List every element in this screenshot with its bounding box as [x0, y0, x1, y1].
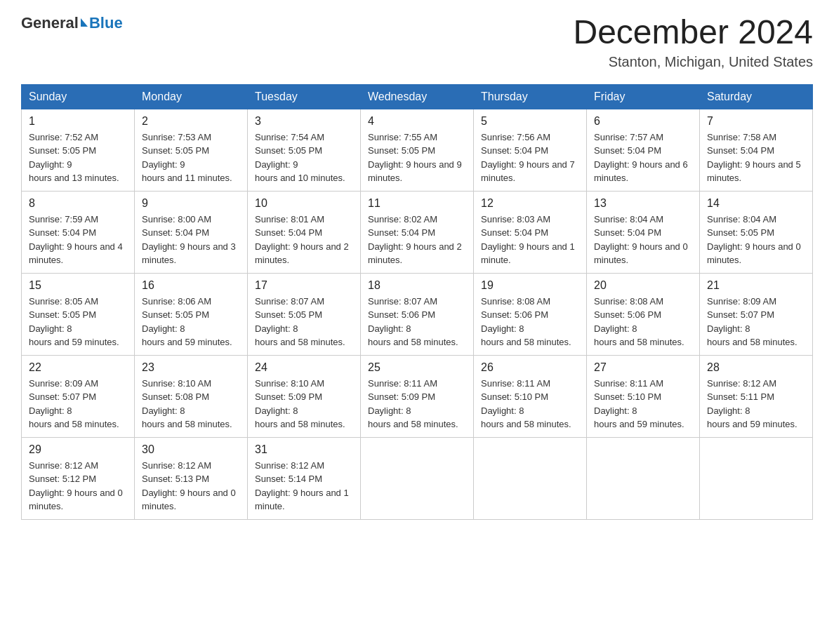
day-info: Sunrise: 7:53 AM Sunset: 5:05 PM Dayligh…: [142, 130, 240, 185]
week-row-5: 29 Sunrise: 8:12 AM Sunset: 5:12 PM Dayl…: [22, 437, 813, 519]
week-row-2: 8 Sunrise: 7:59 AM Sunset: 5:04 PM Dayli…: [22, 191, 813, 273]
calendar-cell: 13 Sunrise: 8:04 AM Sunset: 5:04 PM Dayl…: [587, 191, 700, 273]
calendar-cell: 12 Sunrise: 8:03 AM Sunset: 5:04 PM Dayl…: [474, 191, 587, 273]
calendar-cell: 29 Sunrise: 8:12 AM Sunset: 5:12 PM Dayl…: [22, 437, 135, 519]
calendar-cell: 3 Sunrise: 7:54 AM Sunset: 5:05 PM Dayli…: [248, 109, 361, 191]
day-info: Sunrise: 8:10 AM Sunset: 5:09 PM Dayligh…: [255, 377, 353, 431]
logo-general-text: General: [21, 14, 79, 32]
day-info: Sunrise: 7:54 AM Sunset: 5:05 PM Dayligh…: [255, 130, 353, 185]
calendar-cell: [474, 437, 587, 519]
day-info: Sunrise: 8:05 AM Sunset: 5:05 PM Dayligh…: [29, 295, 127, 349]
day-info: Sunrise: 8:06 AM Sunset: 5:05 PM Dayligh…: [142, 295, 240, 349]
calendar-cell: 26 Sunrise: 8:11 AM Sunset: 5:10 PM Dayl…: [474, 355, 587, 437]
day-info: Sunrise: 8:11 AM Sunset: 5:10 PM Dayligh…: [481, 377, 579, 431]
calendar-cell: 5 Sunrise: 7:56 AM Sunset: 5:04 PM Dayli…: [474, 109, 587, 191]
calendar-cell: 21 Sunrise: 8:09 AM Sunset: 5:07 PM Dayl…: [700, 273, 813, 355]
calendar-cell: 2 Sunrise: 7:53 AM Sunset: 5:05 PM Dayli…: [135, 109, 248, 191]
day-info: Sunrise: 8:08 AM Sunset: 5:06 PM Dayligh…: [481, 295, 579, 349]
day-info: Sunrise: 8:10 AM Sunset: 5:08 PM Dayligh…: [142, 377, 240, 431]
calendar-cell: [361, 437, 474, 519]
day-number: 12: [481, 197, 579, 210]
day-info: Sunrise: 8:01 AM Sunset: 5:04 PM Dayligh…: [255, 213, 353, 267]
calendar-cell: 24 Sunrise: 8:10 AM Sunset: 5:09 PM Dayl…: [248, 355, 361, 437]
day-number: 23: [142, 361, 240, 374]
day-number: 13: [594, 197, 692, 210]
day-info: Sunrise: 7:57 AM Sunset: 5:04 PM Dayligh…: [594, 130, 692, 185]
logo: General Blue: [21, 14, 123, 32]
calendar-cell: 1 Sunrise: 7:52 AM Sunset: 5:05 PM Dayli…: [22, 109, 135, 191]
calendar-cell: 23 Sunrise: 8:10 AM Sunset: 5:08 PM Dayl…: [135, 355, 248, 437]
day-number: 28: [707, 361, 805, 374]
calendar-cell: 4 Sunrise: 7:55 AM Sunset: 5:05 PM Dayli…: [361, 109, 474, 191]
col-tuesday: Tuesday: [248, 84, 361, 109]
calendar-cell: 28 Sunrise: 8:12 AM Sunset: 5:11 PM Dayl…: [700, 355, 813, 437]
month-year-title: December 2024: [573, 14, 813, 51]
week-row-3: 15 Sunrise: 8:05 AM Sunset: 5:05 PM Dayl…: [22, 273, 813, 355]
calendar-cell: [700, 437, 813, 519]
day-number: 30: [142, 443, 240, 456]
day-number: 1: [29, 115, 127, 128]
day-info: Sunrise: 8:07 AM Sunset: 5:05 PM Dayligh…: [255, 295, 353, 349]
calendar-cell: 30 Sunrise: 8:12 AM Sunset: 5:13 PM Dayl…: [135, 437, 248, 519]
col-monday: Monday: [135, 84, 248, 109]
day-info: Sunrise: 8:02 AM Sunset: 5:04 PM Dayligh…: [368, 213, 466, 267]
calendar-body: 1 Sunrise: 7:52 AM Sunset: 5:05 PM Dayli…: [22, 109, 813, 519]
col-thursday: Thursday: [474, 84, 587, 109]
calendar-cell: 9 Sunrise: 8:00 AM Sunset: 5:04 PM Dayli…: [135, 191, 248, 273]
day-info: Sunrise: 8:04 AM Sunset: 5:05 PM Dayligh…: [707, 213, 805, 267]
day-number: 9: [142, 197, 240, 210]
calendar-cell: 27 Sunrise: 8:11 AM Sunset: 5:10 PM Dayl…: [587, 355, 700, 437]
day-info: Sunrise: 7:58 AM Sunset: 5:04 PM Dayligh…: [707, 130, 805, 185]
calendar-cell: 15 Sunrise: 8:05 AM Sunset: 5:05 PM Dayl…: [22, 273, 135, 355]
calendar-cell: 25 Sunrise: 8:11 AM Sunset: 5:09 PM Dayl…: [361, 355, 474, 437]
calendar-cell: 16 Sunrise: 8:06 AM Sunset: 5:05 PM Dayl…: [135, 273, 248, 355]
day-info: Sunrise: 8:11 AM Sunset: 5:09 PM Dayligh…: [368, 377, 466, 431]
day-number: 4: [368, 115, 466, 128]
calendar-header: Sunday Monday Tuesday Wednesday Thursday…: [22, 84, 813, 109]
week-row-4: 22 Sunrise: 8:09 AM Sunset: 5:07 PM Dayl…: [22, 355, 813, 437]
day-info: Sunrise: 8:04 AM Sunset: 5:04 PM Dayligh…: [594, 213, 692, 267]
header: General Blue December 2024 Stanton, Mich…: [21, 14, 813, 70]
day-number: 15: [29, 279, 127, 292]
col-friday: Friday: [587, 84, 700, 109]
day-info: Sunrise: 8:12 AM Sunset: 5:13 PM Dayligh…: [142, 459, 240, 514]
calendar-cell: 20 Sunrise: 8:08 AM Sunset: 5:06 PM Dayl…: [587, 273, 700, 355]
calendar-cell: [587, 437, 700, 519]
day-info: Sunrise: 8:09 AM Sunset: 5:07 PM Dayligh…: [29, 377, 127, 431]
day-number: 24: [255, 361, 353, 374]
calendar-cell: 6 Sunrise: 7:57 AM Sunset: 5:04 PM Dayli…: [587, 109, 700, 191]
day-number: 20: [594, 279, 692, 292]
calendar-table: Sunday Monday Tuesday Wednesday Thursday…: [21, 84, 813, 520]
day-number: 2: [142, 115, 240, 128]
day-number: 19: [481, 279, 579, 292]
calendar-cell: 31 Sunrise: 8:12 AM Sunset: 5:14 PM Dayl…: [248, 437, 361, 519]
day-number: 29: [29, 443, 127, 456]
day-number: 27: [594, 361, 692, 374]
day-info: Sunrise: 8:12 AM Sunset: 5:11 PM Dayligh…: [707, 377, 805, 431]
calendar-cell: 8 Sunrise: 7:59 AM Sunset: 5:04 PM Dayli…: [22, 191, 135, 273]
day-info: Sunrise: 8:12 AM Sunset: 5:12 PM Dayligh…: [29, 459, 127, 514]
day-number: 25: [368, 361, 466, 374]
day-info: Sunrise: 7:59 AM Sunset: 5:04 PM Dayligh…: [29, 213, 127, 267]
calendar-cell: 18 Sunrise: 8:07 AM Sunset: 5:06 PM Dayl…: [361, 273, 474, 355]
day-info: Sunrise: 8:00 AM Sunset: 5:04 PM Dayligh…: [142, 213, 240, 267]
logo-triangle-icon: [81, 18, 88, 27]
day-info: Sunrise: 8:12 AM Sunset: 5:14 PM Dayligh…: [255, 459, 353, 514]
title-area: December 2024 Stanton, Michigan, United …: [573, 14, 813, 70]
day-info: Sunrise: 8:03 AM Sunset: 5:04 PM Dayligh…: [481, 213, 579, 267]
day-info: Sunrise: 7:56 AM Sunset: 5:04 PM Dayligh…: [481, 130, 579, 185]
day-number: 26: [481, 361, 579, 374]
header-row: Sunday Monday Tuesday Wednesday Thursday…: [22, 84, 813, 109]
col-saturday: Saturday: [700, 84, 813, 109]
col-sunday: Sunday: [22, 84, 135, 109]
day-number: 31: [255, 443, 353, 456]
day-number: 16: [142, 279, 240, 292]
day-number: 7: [707, 115, 805, 128]
calendar-cell: 19 Sunrise: 8:08 AM Sunset: 5:06 PM Dayl…: [474, 273, 587, 355]
calendar-cell: 14 Sunrise: 8:04 AM Sunset: 5:05 PM Dayl…: [700, 191, 813, 273]
calendar-cell: 22 Sunrise: 8:09 AM Sunset: 5:07 PM Dayl…: [22, 355, 135, 437]
day-number: 21: [707, 279, 805, 292]
day-number: 6: [594, 115, 692, 128]
day-number: 14: [707, 197, 805, 210]
day-number: 5: [481, 115, 579, 128]
